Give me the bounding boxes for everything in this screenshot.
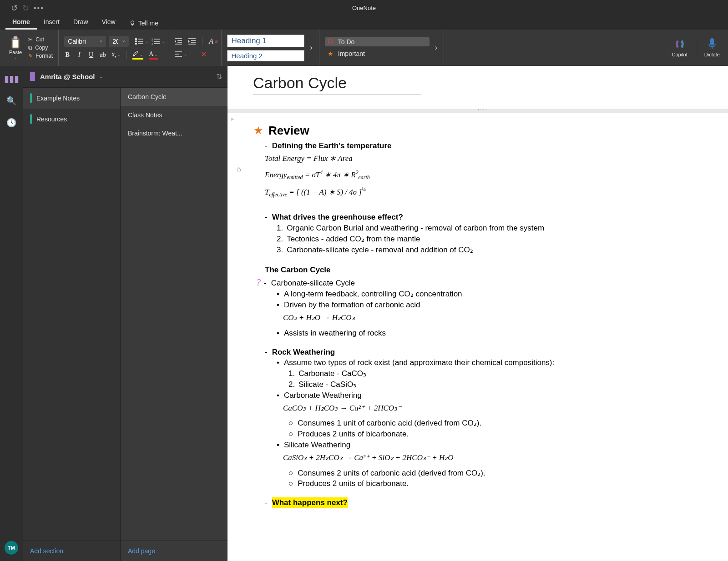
- tags-group: ☑To Do ★Important ›: [321, 30, 444, 66]
- tag-important[interactable]: ★Important: [325, 49, 430, 58]
- font-color-button[interactable]: A⌄: [149, 50, 158, 60]
- format-painter-button[interactable]: ✎Format: [26, 52, 55, 60]
- copilot-icon: [674, 38, 686, 50]
- list-item: Silicate - CaSiO₃: [298, 379, 356, 390]
- paragraph-group: A⊘ ⌄ ✕: [171, 30, 222, 66]
- note-container-handle[interactable]: ▸: [231, 115, 234, 122]
- equation: Total Energy = Flux ∗ Area: [265, 153, 710, 164]
- svg-point-7: [136, 43, 137, 45]
- outdent-button[interactable]: [175, 38, 182, 45]
- list-item: Carbonate-silicate cycle - removal and a…: [287, 245, 473, 255]
- tab-home[interactable]: Home: [5, 15, 37, 30]
- tell-me[interactable]: Tell me: [122, 17, 165, 30]
- section-label: Example Notes: [36, 95, 80, 102]
- section-item[interactable]: Resources: [23, 109, 120, 130]
- clipboard-group: Paste ⌄ ✂Cut ⧉Copy ✎Format: [4, 30, 59, 66]
- sort-icon[interactable]: ⇅: [216, 72, 222, 81]
- bold-button[interactable]: B: [64, 51, 71, 59]
- question-icon[interactable]: ?: [253, 276, 264, 289]
- list-item: Produces 2 units of bicarbonate.: [298, 478, 409, 489]
- star-icon[interactable]: ★: [253, 123, 264, 138]
- tab-draw[interactable]: Draw: [66, 15, 95, 30]
- add-section-button[interactable]: Add section: [23, 541, 120, 561]
- redo-icon[interactable]: ↻: [22, 3, 29, 13]
- review-heading: Review: [268, 122, 309, 139]
- tag-todo[interactable]: ☑To Do: [325, 37, 430, 46]
- italic-button[interactable]: I: [76, 51, 82, 59]
- subscript-button[interactable]: x₂⌄: [111, 51, 121, 59]
- checkbox-icon: ☑: [328, 38, 334, 45]
- paste-button[interactable]: Paste ⌄: [7, 34, 24, 61]
- page-title[interactable]: Carbon Cycle: [253, 74, 421, 95]
- tags-expand-button[interactable]: ›: [432, 44, 440, 52]
- number-list-button[interactable]: 123⌄: [152, 38, 165, 45]
- navigation-pane: ▉ Amrita @ School ⌄ ⇅ Example Notes Reso…: [23, 66, 228, 561]
- recent-icon[interactable]: 🕓: [6, 118, 16, 128]
- page-canvas[interactable]: ▸ Carbon Cycle ⌂ ★ Review -Defining the …: [228, 66, 728, 561]
- notebook-name: Amrita @ School: [40, 73, 95, 80]
- dictate-label: Dictate: [704, 52, 720, 57]
- font-size-select[interactable]: [109, 36, 129, 47]
- text: What happens next?: [272, 497, 348, 508]
- clipboard-icon: [10, 36, 21, 50]
- copy-icon: ⧉: [28, 45, 32, 51]
- section-item[interactable]: Example Notes: [23, 88, 120, 109]
- copy-button[interactable]: ⧉Copy: [26, 44, 55, 51]
- equation: Teffective = [ ((1 − A) ∗ S) / 4σ ]¼: [265, 186, 710, 199]
- equation: CaCO₃ + H₂CO₃ → Ca²⁺ + 2HCO₃⁻: [283, 403, 710, 414]
- paste-label: Paste: [9, 50, 22, 55]
- scissors-icon: ✂: [28, 36, 33, 43]
- tag-important-label: Important: [338, 50, 365, 57]
- list-item: Driven by the formation of carbonic acid: [284, 300, 420, 311]
- search-icon[interactable]: 🔍: [6, 96, 16, 106]
- list-item: Produces 2 units of bicarbonate.: [298, 429, 409, 440]
- page-item[interactable]: Carbon Cycle: [121, 88, 228, 106]
- svg-point-5: [136, 41, 137, 42]
- styles-expand-button[interactable]: ›: [307, 44, 315, 52]
- cut-button[interactable]: ✂Cut: [26, 36, 55, 43]
- clear-formatting-button[interactable]: A⊘: [209, 37, 217, 45]
- list-item: Organic Carbon Burial and weathering - r…: [287, 223, 544, 234]
- bullet-list-button[interactable]: ⌄: [135, 38, 149, 45]
- dictate-button[interactable]: Dictate: [700, 36, 724, 59]
- tab-insert[interactable]: Insert: [37, 15, 66, 30]
- page-item[interactable]: Brainstorm: Weat...: [121, 124, 228, 142]
- list-item: Tectonics - added CO₂ from the mantle: [287, 234, 420, 245]
- strike-button[interactable]: ab: [100, 51, 106, 59]
- text: Defining the Earth's temperature: [272, 140, 392, 151]
- list-item: A long-term feedback, controlling CO₂ co…: [284, 289, 462, 300]
- align-button[interactable]: ⌄: [175, 51, 187, 57]
- horizontal-divider[interactable]: [228, 109, 728, 113]
- tab-view[interactable]: View: [95, 15, 122, 30]
- text: Carbonate-silicate Cycle: [271, 278, 355, 289]
- list-item: Consumes 1 unit of carbonic acid (derive…: [298, 418, 481, 429]
- add-page-button[interactable]: Add page: [121, 541, 228, 561]
- svg-text:3: 3: [152, 42, 153, 45]
- styles-group: Heading 1 Heading 2 ›: [223, 30, 319, 66]
- underline-button[interactable]: U: [88, 51, 94, 59]
- list-item: Assists in weathering of rocks: [284, 328, 386, 339]
- equation: CaSiO₃ + 2H₂CO₃ → Ca²⁺ + SiO₂ + 2HCO₃⁻ +…: [283, 452, 710, 463]
- more-icon[interactable]: •••: [34, 4, 44, 12]
- bulb-icon: [129, 20, 136, 26]
- activity-bar: ▮▮▮ 🔍 🕓 TM: [0, 66, 23, 561]
- style-heading2[interactable]: Heading 2: [227, 50, 304, 61]
- highlight-button[interactable]: 🖊⌄: [132, 50, 143, 60]
- delete-button[interactable]: ✕: [201, 50, 207, 59]
- font-name-select[interactable]: [64, 36, 106, 47]
- home-icon[interactable]: ⌂: [237, 165, 241, 173]
- copy-label: Copy: [35, 45, 48, 51]
- notebook-selector[interactable]: ▉ Amrita @ School ⌄ ⇅: [23, 66, 228, 88]
- note-body[interactable]: ★ Review -Defining the Earth's temperatu…: [228, 113, 728, 517]
- svg-rect-26: [710, 38, 714, 45]
- avatar[interactable]: TM: [5, 541, 18, 555]
- brush-icon: ✎: [28, 53, 33, 59]
- page-item[interactable]: Class Notes: [121, 106, 228, 124]
- copilot-button[interactable]: Copilot: [667, 36, 692, 59]
- undo-icon[interactable]: ↺: [11, 3, 18, 13]
- notebooks-icon[interactable]: ▮▮▮: [4, 73, 19, 84]
- copilot-label: Copilot: [672, 52, 688, 57]
- style-heading1[interactable]: Heading 1: [227, 35, 304, 47]
- indent-button[interactable]: [188, 38, 196, 45]
- pages-list: Carbon Cycle Class Notes Brainstorm: Wea…: [121, 88, 228, 561]
